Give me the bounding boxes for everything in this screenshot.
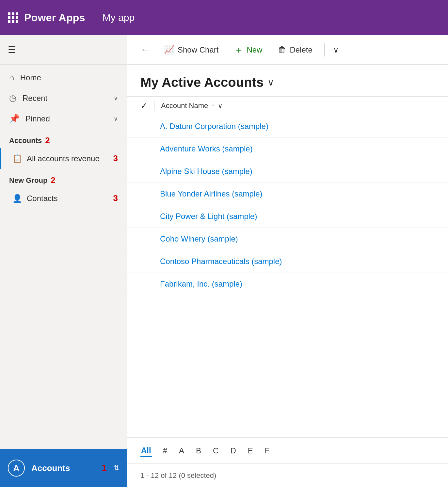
content-title-chevron-icon[interactable]: ∨ (267, 77, 274, 88)
status-bar: 1 - 12 of 12 (0 selected) (127, 463, 448, 487)
main-body: ☰ ⌂ Home ◷ Recent ∨ 📌 Pinned ∨ (0, 35, 448, 487)
table-row[interactable]: Coho Winery (sample) (127, 228, 448, 250)
sidebar: ☰ ⌂ Home ◷ Recent ∨ 📌 Pinned ∨ (0, 35, 127, 487)
table-row[interactable]: City Power & Light (sample) (127, 205, 448, 228)
all-accounts-revenue-badge: 3 (113, 153, 118, 164)
alpha-item-f[interactable]: F (264, 445, 270, 457)
table-body: A. Datum Corporation (sample)Adventure W… (127, 115, 448, 437)
avatar-letter: A (13, 463, 20, 473)
grid-icon[interactable] (8, 12, 18, 23)
alpha-item-a[interactable]: A (178, 445, 185, 457)
sidebar-item-home[interactable]: ⌂ Home (0, 67, 127, 88)
table-row[interactable]: Blue Yonder Airlines (sample) (127, 183, 448, 205)
table-col-account-name[interactable]: Account Name ↑ ∨ (161, 102, 223, 110)
table-col-separator (154, 101, 154, 111)
content-title-bar: My Active Accounts ∨ (127, 65, 448, 96)
table-row[interactable]: Alpine Ski House (sample) (127, 160, 448, 183)
toolbar: ← 📈 Show Chart ＋ New 🗑 Delete ∨ (127, 35, 448, 65)
accounts-revenue-icon: 📋 (12, 154, 22, 163)
alpha-item-#[interactable]: # (162, 445, 168, 457)
sort-up-icon[interactable]: ↑ (211, 102, 215, 110)
new-icon: ＋ (234, 44, 243, 56)
sidebar-item-contacts-label: Contacts (27, 194, 109, 203)
new-group-badge: 2 (51, 175, 55, 185)
delete-button[interactable]: 🗑 Delete (271, 41, 319, 58)
delete-label: Delete (290, 45, 312, 55)
new-group-label: New Group (9, 176, 47, 185)
alpha-item-e[interactable]: E (247, 445, 254, 457)
home-icon: ⌂ (9, 72, 14, 83)
contacts-badge: 3 (113, 193, 118, 203)
brand-name: Power Apps (24, 12, 85, 24)
accounts-group-badge: 2 (45, 135, 50, 146)
sidebar-item-recent[interactable]: ◷ Recent ∨ (0, 88, 127, 108)
contacts-icon: 👤 (12, 194, 22, 203)
status-text: 1 - 12 of 12 (0 selected) (140, 471, 216, 480)
back-button[interactable]: ← (135, 41, 155, 58)
new-label: New (247, 45, 262, 55)
sidebar-bottom-bar[interactable]: A Accounts 1 ⇅ (0, 449, 127, 487)
alpha-bar: All#ABCDEF (127, 437, 448, 463)
sidebar-item-all-accounts-revenue-label: All accounts revenue (27, 154, 109, 163)
sidebar-bottom-badge: 1 (102, 463, 107, 473)
app-name: My app (103, 12, 135, 23)
new-group-heading: New Group 2 (0, 169, 127, 188)
sidebar-item-home-label: Home (20, 73, 118, 82)
accounts-group-heading: Accounts 2 (0, 129, 127, 148)
content-area: My Active Accounts ∨ ✓ Account Name ↑ ∨ … (127, 65, 448, 487)
sidebar-bottom-label: Accounts (31, 463, 95, 473)
sidebar-nav: ⌂ Home ◷ Recent ∨ 📌 Pinned ∨ Accounts 2 (0, 65, 127, 449)
recent-chevron-icon: ∨ (114, 95, 118, 102)
table-select-all-checkbox[interactable]: ✓ (140, 101, 148, 111)
pinned-chevron-icon: ∨ (114, 115, 118, 122)
sidebar-item-pinned-label: Pinned (25, 114, 108, 123)
main-content: ← 📈 Show Chart ＋ New 🗑 Delete ∨ My Activ… (127, 35, 448, 487)
content-title: My Active Accounts (140, 75, 264, 90)
pinned-icon: 📌 (9, 114, 20, 124)
table-row[interactable]: Adventure Works (sample) (127, 138, 448, 160)
alpha-item-all[interactable]: All (140, 445, 152, 457)
toolbar-divider (324, 43, 325, 56)
header-divider (94, 11, 94, 24)
sort-down-icon[interactable]: ∨ (218, 102, 223, 110)
toolbar-more-button[interactable]: ∨ (330, 42, 342, 58)
show-chart-icon: 📈 (164, 45, 174, 55)
table-row[interactable]: A. Datum Corporation (sample) (127, 115, 448, 138)
sidebar-top-bar: ☰ (0, 35, 127, 65)
hamburger-icon[interactable]: ☰ (8, 44, 16, 55)
table-row[interactable]: Fabrikam, Inc. (sample) (127, 273, 448, 295)
table-header: ✓ Account Name ↑ ∨ (127, 96, 448, 115)
delete-icon: 🗑 (278, 45, 286, 55)
sidebar-bottom-chevron-icon: ⇅ (113, 464, 119, 472)
avatar: A (8, 460, 25, 477)
new-button[interactable]: ＋ New (228, 40, 269, 59)
show-chart-label: Show Chart (178, 45, 218, 55)
account-name-col-label: Account Name (161, 102, 208, 110)
sidebar-item-recent-label: Recent (23, 94, 108, 103)
sidebar-item-all-accounts-revenue[interactable]: 📋 All accounts revenue 3 (0, 148, 127, 169)
sidebar-item-pinned[interactable]: 📌 Pinned ∨ (0, 108, 127, 129)
table-row[interactable]: Contoso Pharmaceuticals (sample) (127, 250, 448, 273)
recent-icon: ◷ (9, 93, 17, 103)
show-chart-button[interactable]: 📈 Show Chart (157, 41, 225, 58)
alpha-item-c[interactable]: C (212, 445, 219, 457)
alpha-item-d[interactable]: D (230, 445, 236, 457)
sidebar-item-contacts[interactable]: 👤 Contacts 3 (0, 188, 127, 209)
accounts-group-label: Accounts (9, 136, 42, 145)
top-header: Power Apps My app (0, 0, 448, 35)
alpha-item-b[interactable]: B (195, 445, 202, 457)
